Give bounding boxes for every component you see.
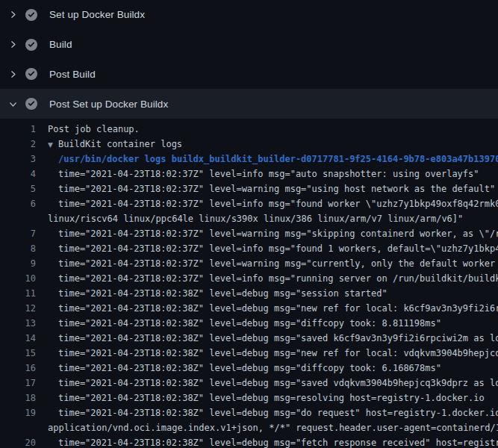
log-line-text: time="2021-04-23T18:02:38Z" level=debug … — [36, 378, 498, 388]
steps-list: Set up Docker Buildx Build P — [0, 0, 498, 119]
log-line-number[interactable]: 5 — [0, 184, 36, 194]
log-line-text: time="2021-04-23T18:02:37Z" level=warnin… — [36, 258, 498, 269]
log-line-number[interactable]: 18 — [0, 393, 36, 403]
log-line: 9 time="2021-04-23T18:02:37Z" level=warn… — [0, 256, 498, 271]
log-line-number[interactable]: 11 — [0, 288, 36, 299]
log-line: 4 time="2021-04-23T18:02:37Z" level=info… — [0, 167, 498, 181]
log-line: 11 time="2021-04-23T18:02:38Z" level=deb… — [0, 286, 498, 301]
log-line-number[interactable]: 15 — [0, 348, 36, 358]
log-line-text: Post job cleanup. — [36, 124, 498, 134]
log-line: 7 time="2021-04-23T18:02:37Z" level=warn… — [0, 226, 498, 241]
log-line-text: time="2021-04-23T18:02:37Z" level=warnin… — [36, 228, 498, 239]
log-line-text: time="2021-04-23T18:02:38Z" level=debug … — [36, 318, 498, 329]
log-line-number[interactable]: 12 — [0, 303, 36, 314]
log-line-number[interactable]: 17 — [0, 378, 36, 388]
log-line: 19 time="2021-04-23T18:02:38Z" level=deb… — [0, 405, 498, 420]
check-circle-icon — [25, 98, 37, 110]
log-line-number[interactable]: 3 — [0, 154, 36, 164]
log-line-number[interactable]: 4 — [0, 169, 36, 179]
step-header-set-up-docker-buildx[interactable]: Set up Docker Buildx — [0, 0, 498, 30]
log-line: 15 time="2021-04-23T18:02:38Z" level=deb… — [0, 346, 498, 361]
check-circle-icon — [25, 68, 37, 80]
step-header-build[interactable]: Build — [0, 30, 498, 60]
step-label: Set up Docker Buildx — [49, 9, 145, 20]
log-line-number[interactable]: 2 — [0, 139, 36, 149]
log-line: 13 time="2021-04-23T18:02:38Z" level=deb… — [0, 316, 498, 331]
log-line-number[interactable]: 6 — [0, 199, 36, 209]
chevron-right-icon — [6, 38, 19, 52]
log-line-text: time="2021-04-23T18:02:38Z" level=debug … — [36, 303, 498, 314]
log-line-text: ▼BuildKit container logs — [36, 139, 498, 149]
chevron-right-icon — [6, 8, 19, 22]
log-line: application/vnd.oci.image.index.v1+json,… — [0, 420, 498, 435]
log-line-text: time="2021-04-23T18:02:38Z" level=debug … — [36, 438, 498, 448]
log-line-number[interactable]: 8 — [0, 243, 36, 254]
log-line-number[interactable]: 14 — [0, 333, 36, 343]
log-line-text: time="2021-04-23T18:02:38Z" level=debug … — [36, 393, 498, 403]
log-line: 8 time="2021-04-23T18:02:37Z" level=info… — [0, 241, 498, 256]
step-label: Post Set up Docker Buildx — [49, 99, 168, 110]
log-area: 1 Post job cleanup. 2 ▼BuildKit containe… — [0, 119, 498, 448]
log-line-text: application/vnd.oci.image.index.v1+json,… — [36, 423, 498, 433]
log-line: 17 time="2021-04-23T18:02:38Z" level=deb… — [0, 376, 498, 391]
log-line-text: time="2021-04-23T18:02:38Z" level=debug … — [36, 333, 498, 343]
log-line: 14 time="2021-04-23T18:02:38Z" level=deb… — [0, 331, 498, 346]
log-line-text: time="2021-04-23T18:02:37Z" level=info m… — [36, 199, 498, 209]
log-line-number[interactable]: 10 — [0, 273, 36, 284]
log-line: 3 /usr/bin/docker logs buildx_buildkit_b… — [0, 152, 498, 167]
check-circle-icon — [25, 9, 37, 21]
step-header-post-build[interactable]: Post Build — [0, 60, 498, 90]
log-line-text: time="2021-04-23T18:02:38Z" level=debug … — [36, 408, 498, 418]
log-line: 20 time="2021-04-23T18:02:38Z" level=deb… — [0, 435, 498, 448]
log-line-number[interactable]: 20 — [0, 438, 36, 448]
log-line-text: time="2021-04-23T18:02:37Z" level=info m… — [36, 273, 498, 284]
log-line-number[interactable]: 19 — [0, 408, 36, 418]
chevron-down-icon — [6, 97, 19, 111]
log-line-text: time="2021-04-23T18:02:37Z" level=warnin… — [36, 184, 498, 194]
log-line-number[interactable]: 7 — [0, 228, 36, 239]
group-expanded-triangle-icon[interactable]: ▼ — [48, 141, 53, 149]
check-circle-icon — [25, 39, 37, 51]
log-line-text: linux/riscv64 linux/ppc64le linux/s390x … — [36, 214, 498, 224]
log-line: 18 time="2021-04-23T18:02:38Z" level=deb… — [0, 391, 498, 405]
log-line-text: time="2021-04-23T18:02:37Z" level=info m… — [36, 243, 498, 254]
log-line-text: time="2021-04-23T18:02:38Z" level=debug … — [36, 288, 498, 299]
log-line: 10 time="2021-04-23T18:02:37Z" level=inf… — [0, 271, 498, 286]
step-label: Post Build — [49, 69, 96, 80]
log-line-text: time="2021-04-23T18:02:38Z" level=debug … — [36, 363, 498, 373]
log-line: 5 time="2021-04-23T18:02:37Z" level=warn… — [0, 181, 498, 196]
step-header-post-set-up-docker-buildx[interactable]: Post Set up Docker Buildx — [0, 89, 498, 119]
log-line-text: /usr/bin/docker logs buildx_buildkit_bui… — [36, 154, 498, 164]
log-line-text: time="2021-04-23T18:02:38Z" level=debug … — [36, 348, 498, 358]
log-group-line[interactable]: 2 ▼BuildKit container logs — [0, 137, 498, 152]
step-label: Build — [49, 39, 72, 50]
log-line-number[interactable]: 1 — [0, 124, 36, 134]
log-line-text: time="2021-04-23T18:02:37Z" level=info m… — [36, 169, 498, 179]
log-line: 1 Post job cleanup. — [0, 122, 498, 137]
log-line: 12 time="2021-04-23T18:02:38Z" level=deb… — [0, 301, 498, 316]
log-line: linux/riscv64 linux/ppc64le linux/s390x … — [0, 211, 498, 226]
log-line-number[interactable]: 9 — [0, 258, 36, 269]
chevron-right-icon — [6, 67, 19, 81]
log-line: 16 time="2021-04-23T18:02:38Z" level=deb… — [0, 361, 498, 376]
log-line-number[interactable]: 13 — [0, 318, 36, 329]
log-line: 6 time="2021-04-23T18:02:37Z" level=info… — [0, 196, 498, 211]
log-line-number[interactable]: 16 — [0, 363, 36, 373]
